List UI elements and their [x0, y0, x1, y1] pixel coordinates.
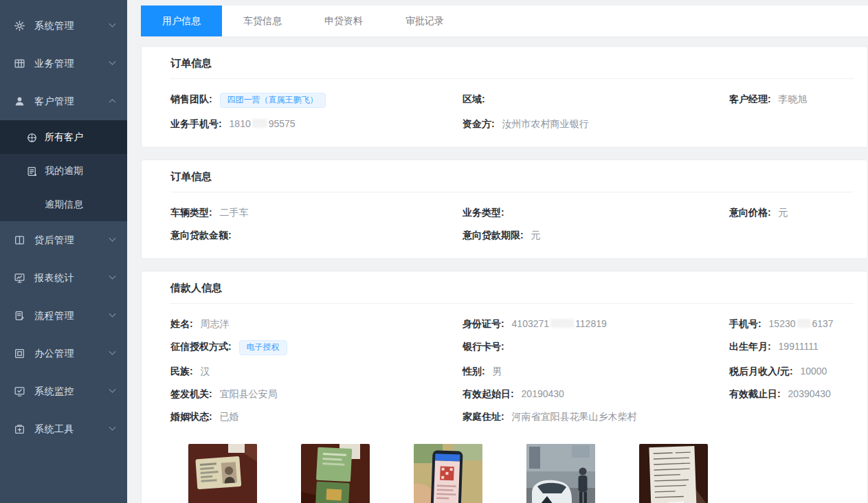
sidebar-item-my-overdue[interactable]: 我的逾期: [0, 154, 127, 188]
sidebar-item-system-tools[interactable]: 系统工具: [0, 410, 127, 448]
field-empty: [729, 410, 854, 423]
sidebar-item-label: 我的逾期: [45, 165, 83, 177]
field-value: 10000: [800, 366, 827, 377]
sidebar-item-office-management[interactable]: 办公管理: [0, 335, 127, 372]
card-title: 订单信息: [170, 160, 854, 192]
chevron-down-icon: [109, 386, 116, 393]
field-label: 税后月收入/元:: [729, 366, 793, 377]
gear-icon: [14, 20, 25, 32]
field-value: 汉: [201, 366, 210, 377]
sidebar-item-label: 所有客户: [45, 131, 83, 144]
person-car-photo: [526, 444, 595, 503]
handwritten-document-photo-thumbnail[interactable]: 村委证明: [639, 444, 708, 503]
sidebar-item-report-statistics[interactable]: 报表统计: [0, 259, 127, 297]
tab-bar: 用户信息 车贷信息 申贷资料 审批记录: [141, 5, 868, 37]
field-loan-amount: 意向贷款金额:: [170, 229, 463, 242]
sidebar-item-postloan-management[interactable]: 贷后管理: [0, 221, 127, 259]
sidebar-item-process-management[interactable]: 流程管理: [0, 297, 127, 335]
field-value: 已婚: [220, 411, 239, 422]
sidebar-item-label: 办公管理: [34, 348, 74, 360]
app-root: 系统管理 业务管理 客户管理 所有客户: [0, 0, 868, 503]
field-name: 姓名: 周志洋: [170, 317, 463, 331]
monitor-check-icon: [14, 385, 25, 397]
field-label: 银行卡号:: [463, 341, 504, 352]
auth-qr-photo: [414, 444, 482, 503]
tab-label: 申贷资料: [324, 15, 363, 27]
sidebar-item-all-customers[interactable]: 所有客户: [0, 120, 127, 154]
redaction-blur: [550, 319, 574, 328]
field-valid-from: 有效起始日: 20190430: [463, 388, 729, 401]
field-value: 181095575: [230, 118, 296, 129]
sidebar-item-overdue-info[interactable]: 逾期信息: [0, 188, 127, 221]
field-value: 男: [493, 366, 502, 377]
field-label: 身份证号:: [463, 318, 504, 329]
field-value: 李晓旭: [779, 93, 808, 104]
field-value: 4103271112819: [512, 318, 607, 329]
field-id-number: 身份证号: 4103271112819: [463, 317, 729, 331]
tab-label: 车贷信息: [243, 15, 282, 27]
field-label: 有效截止日:: [729, 388, 781, 399]
sidebar-item-business-management[interactable]: 业务管理: [0, 45, 127, 82]
wheel-icon: [26, 132, 37, 143]
field-value: 宜阳县公安局: [220, 388, 278, 399]
chevron-down-icon: [109, 311, 116, 317]
tab-loan-application-docs[interactable]: 申贷资料: [303, 5, 384, 36]
sidebar-item-label: 业务管理: [34, 58, 74, 70]
field-issuing-authority: 签发机关: 宜阳县公安局: [170, 388, 463, 401]
field-label: 签发机关:: [170, 388, 212, 399]
sidebar-item-label: 报表统计: [34, 272, 74, 284]
auth-qr-photo-thumbnail[interactable]: 授权证明: [414, 444, 482, 503]
field-gender: 性别: 男: [463, 365, 729, 378]
field-value: 19911111: [779, 341, 819, 352]
field-funder: 资金方: 汝州市农村商业银行: [463, 118, 729, 131]
handwritten-document-photo: [639, 444, 708, 503]
id-card-photo-thumbnail[interactable]: 本人照: [188, 444, 257, 503]
order-info-card-2: 订单信息 车辆类型: 二手车 业务类型: 意向价格: 元 意向贷款金额:: [141, 159, 868, 259]
field-customer-manager: 客户经理: 李晓旭: [729, 93, 854, 108]
sidebar-item-system-monitor[interactable]: 系统监控: [0, 372, 127, 410]
sidebar-item-system-management[interactable]: 系统管理: [0, 7, 127, 45]
field-value: 152306137: [769, 318, 834, 329]
field-empty: [729, 229, 854, 242]
tab-approval-records[interactable]: 审批记录: [384, 5, 465, 36]
field-valid-to: 有效截止日: 20390430: [729, 388, 854, 401]
field-label: 出生年月:: [729, 341, 771, 352]
person-car-photo-thumbnail[interactable]: 人车合影: [526, 444, 595, 503]
sales-team-tag[interactable]: 四团一营（直属王鹏飞）: [220, 93, 326, 108]
chevron-down-icon: [109, 273, 116, 280]
sidebar-item-label: 系统工具: [34, 423, 74, 436]
sidebar-item-label: 流程管理: [34, 310, 74, 322]
card-title: 订单信息: [170, 47, 854, 79]
tab-label: 用户信息: [162, 15, 201, 27]
field-label: 征信授权方式:: [170, 341, 232, 352]
field-label: 姓名:: [170, 318, 193, 329]
card-title: 借款人信息: [170, 271, 854, 304]
field-business-type: 业务类型:: [463, 206, 729, 219]
card-body: 车辆类型: 二手车 业务类型: 意向价格: 元 意向贷款金额: 意向贷款期限:: [170, 192, 854, 258]
field-vehicle-type: 车辆类型: 二手车: [170, 206, 463, 219]
license-booklet-photo-thumbnail[interactable]: 驾驶证照片: [301, 444, 370, 503]
field-empty: [729, 118, 854, 131]
tab-car-loan-info[interactable]: 车贷信息: [222, 5, 303, 36]
sidebar-item-label: 系统管理: [34, 20, 74, 32]
tab-user-info[interactable]: 用户信息: [141, 5, 222, 36]
toolbox-icon: [14, 423, 25, 435]
chevron-down-icon: [109, 58, 116, 65]
credit-auth-tag[interactable]: 电子授权: [239, 340, 287, 355]
redaction-blur: [797, 319, 811, 328]
field-label: 有效起始日:: [463, 388, 514, 399]
field-loan-term: 意向贷款期限: 元: [463, 229, 729, 242]
chevron-down-icon: [109, 348, 116, 355]
field-label: 性别:: [463, 366, 485, 377]
tab-label: 审批记录: [405, 15, 444, 27]
field-value: 20390430: [788, 388, 831, 399]
sidebar-item-customer-management[interactable]: 客户管理: [0, 82, 127, 120]
field-phone: 手机号: 152306137: [729, 317, 854, 331]
field-value: 20190430: [522, 388, 564, 399]
field-region: 区域:: [463, 93, 729, 108]
field-label: 意向价格:: [729, 207, 771, 218]
field-label: 家庭住址:: [463, 411, 504, 422]
field-credit-auth: 征信授权方式: 电子授权: [170, 340, 463, 355]
field-value: 河南省宜阳县花果山乡木柴村: [512, 411, 637, 422]
field-label: 业务类型:: [463, 207, 504, 218]
